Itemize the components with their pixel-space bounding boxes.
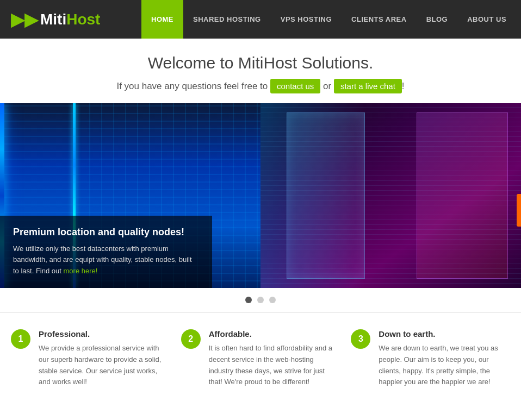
nav-links: HOME SHARED HOSTING VPS HOSTING CLIENTS … [141, 0, 521, 39]
live-chat-button[interactable]: start a live chat [334, 79, 402, 93]
nav-item-vps-hosting[interactable]: VPS HOSTING [271, 0, 342, 39]
logo[interactable]: ▶▶ MitiHost [0, 0, 141, 39]
feature-content-3: Down to earth. We are down to earth, we … [379, 329, 510, 388]
feature-num-3: 3 [351, 329, 370, 349]
hero-subtitle: If you have any questions feel free to c… [11, 79, 510, 93]
feature-num-1: 1 [11, 329, 30, 349]
feature-body-3: We are down to earth, we treat you as pe… [379, 343, 510, 388]
feature-body-1: We provide a professional service with o… [39, 343, 170, 388]
slider-caption-text: We utilize only the best datacenters wit… [13, 245, 192, 275]
feature-title-3: Down to earth. [379, 329, 510, 338]
contact-us-button[interactable]: contact us [270, 79, 320, 93]
hero-section: Welcome to MitiHost Solutions. If you ha… [0, 39, 521, 103]
server-right-panel [260, 103, 521, 288]
slider-dot-2[interactable] [257, 297, 264, 303]
hero-subtitle-or: or [323, 81, 331, 91]
glass-panel-2 [417, 112, 508, 279]
slider-dot-1[interactable] [245, 297, 252, 303]
slider-dots [0, 288, 521, 312]
hero-slider: Premium location and quality nodes! We u… [0, 103, 521, 288]
nav-item-shared-hosting[interactable]: SHARED HOSTING [183, 0, 271, 39]
features-section: 1 Professional. We provide a professiona… [0, 312, 521, 404]
feature-item-professional: 1 Professional. We provide a professiona… [11, 329, 170, 388]
nav-item-home[interactable]: HOME [141, 0, 183, 39]
feature-item-affordable: 2 Affordable. It is often hard to find a… [181, 329, 340, 388]
glass-panel-1 [287, 112, 365, 279]
slider-caption-body: We utilize only the best datacenters wit… [13, 243, 199, 277]
feature-content-1: Professional. We provide a professional … [39, 329, 170, 388]
feature-title-1: Professional. [39, 329, 170, 338]
logo-host: Host [66, 11, 100, 28]
nav-item-about[interactable]: ABOUT US [457, 0, 516, 39]
logo-arrow-icon: ▶▶ [11, 9, 38, 30]
slider-caption-title: Premium location and quality nodes! [13, 227, 199, 238]
side-tab[interactable] [517, 194, 521, 227]
hero-subtitle-before: If you have any questions feel free to [116, 81, 268, 91]
feature-content-2: Affordable. It is often hard to find aff… [209, 329, 340, 388]
slider-caption-link[interactable]: more here! [64, 267, 98, 275]
hero-title: Welcome to MitiHost Solutions. [11, 54, 510, 72]
navigation: ▶▶ MitiHost HOME SHARED HOSTING VPS HOST… [0, 0, 521, 39]
slider-dot-3[interactable] [269, 297, 276, 303]
feature-body-2: It is often hard to find affordability a… [209, 343, 340, 388]
nav-item-blog[interactable]: BLOG [417, 0, 458, 39]
feature-num-2: 2 [181, 329, 201, 349]
feature-title-2: Affordable. [209, 329, 340, 338]
feature-item-down-to-earth: 3 Down to earth. We are down to earth, w… [351, 329, 510, 388]
hero-subtitle-after: ! [402, 81, 405, 91]
nav-item-clients-area[interactable]: CLIENTS AREA [342, 0, 417, 39]
logo-miti: Miti [40, 11, 66, 28]
slider-caption: Premium location and quality nodes! We u… [0, 216, 212, 288]
nav-item-contact[interactable]: CONTACT [516, 0, 521, 39]
